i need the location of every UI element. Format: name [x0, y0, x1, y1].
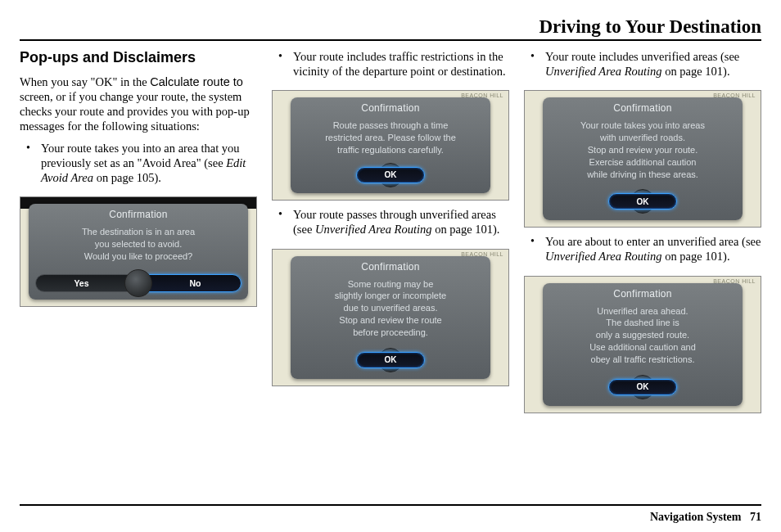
ok-button[interactable]: OK	[356, 352, 425, 368]
column-layout: Pop-ups and Disclaimers When you say "OK…	[20, 49, 761, 413]
intro-paragraph: When you say "OK" in the Calculate route…	[20, 74, 257, 134]
bullet-text-tail: on page 101).	[662, 65, 730, 78]
dialog-footer: OK	[291, 345, 490, 379]
dialog-body: Your route takes you into areas with unv…	[543, 116, 743, 186]
list-item: Your route includes unverified areas (se…	[524, 49, 761, 79]
dialog-footer: OK	[291, 160, 490, 194]
list-item: Your route passes through unverified are…	[272, 207, 509, 237]
confirmation-dialog: Confirmation The destination is in an ar…	[29, 204, 248, 300]
page-header: Driving to Your Destination	[20, 16, 761, 38]
intro-pre: When you say "OK" in the	[20, 75, 150, 88]
footer-page: 71	[750, 511, 761, 523]
dialog-title: Confirmation	[291, 97, 490, 116]
bullet-list-3b: You are about to enter an unverified are…	[524, 234, 761, 268]
list-item: Your route takes you into an area that y…	[20, 141, 257, 185]
screenshot-time-restricted: BEACON HILL Confirmation Route passes th…	[272, 90, 509, 201]
ok-button[interactable]: OK	[356, 167, 425, 183]
header-rule: Driving to Your Destination	[20, 16, 761, 41]
bullet-text: Your route takes you into an area that y…	[41, 142, 240, 169]
dialog-title: Confirmation	[29, 204, 248, 223]
column-3: Your route includes unverified areas (se…	[524, 49, 761, 413]
bullet-list-2b: Your route passes through unverified are…	[272, 207, 509, 241]
no-button[interactable]: No	[141, 274, 242, 292]
dialog-body: The destination is in an area you select…	[29, 223, 248, 272]
confirmation-dialog: Confirmation Route passes through a time…	[291, 97, 490, 193]
ok-button-wrap: OK	[630, 375, 655, 399]
list-item: Your route includes traffic restrictions…	[272, 49, 509, 79]
bullet-ref: Unverified Area Routing	[545, 65, 662, 78]
dialog-title: Confirmation	[543, 283, 743, 302]
page: Driving to Your Destination Pop-ups and …	[0, 0, 781, 428]
ok-button-wrap: OK	[378, 348, 403, 372]
bullet-list-2a: Your route includes traffic restrictions…	[272, 49, 509, 83]
ok-button[interactable]: OK	[608, 379, 677, 395]
column-2: Your route includes traffic restrictions…	[272, 49, 509, 413]
bullet-text: You are about to enter an unverified are…	[545, 235, 761, 248]
bullet-text-tail: on page 105).	[93, 171, 161, 184]
bullet-ref: Unverified Area Routing	[315, 223, 432, 236]
rotary-knob-icon	[124, 269, 152, 297]
page-footer: Navigation System 71	[20, 504, 761, 524]
bullet-text-tail: on page 101).	[432, 223, 500, 236]
ok-button-wrap: OK	[630, 189, 655, 214]
ok-button[interactable]: OK	[608, 193, 677, 210]
screenshot-unverified-routing: BEACON HILL Confirmation Some routing ma…	[272, 249, 509, 386]
bullet-ref: Unverified Area Routing	[545, 250, 662, 263]
dialog-title: Confirmation	[291, 256, 490, 275]
footer-label: Navigation System	[650, 511, 742, 523]
bullet-text: Your route includes traffic restrictions…	[293, 50, 506, 78]
bullet-text-tail: on page 101).	[662, 250, 730, 263]
dialog-footer: OK	[543, 372, 743, 406]
intro-sans: Calculate route to	[150, 75, 243, 88]
list-item: You are about to enter an unverified are…	[524, 234, 761, 264]
screenshot-avoid-area: Confirmation The destination is in an ar…	[20, 196, 257, 307]
ok-button-wrap: OK	[378, 163, 403, 187]
dialog-body: Unverified area ahead. The dashed line i…	[543, 302, 743, 372]
confirmation-dialog: Confirmation Unverified area ahead. The …	[543, 283, 743, 406]
dialog-footer: OK	[543, 186, 743, 220]
dialog-body: Some routing may be slightly longer or i…	[291, 275, 490, 345]
dialog-body: Route passes through a time restricted a…	[291, 116, 490, 160]
column-1: Pop-ups and Disclaimers When you say "OK…	[20, 49, 257, 413]
section-title: Pop-ups and Disclaimers	[20, 49, 257, 66]
bullet-list-1: Your route takes you into an area that y…	[20, 141, 257, 190]
confirmation-dialog: Confirmation Your route takes you into a…	[543, 97, 743, 220]
bullet-list-3a: Your route includes unverified areas (se…	[524, 49, 761, 83]
intro-post: screen, or if you change your route, the…	[20, 90, 250, 133]
confirmation-dialog: Confirmation Some routing may be slightl…	[291, 256, 490, 379]
screenshot-unverified-roads: BEACON HILL Confirmation Your route take…	[524, 90, 761, 228]
dialog-title: Confirmation	[543, 97, 743, 116]
yes-button[interactable]: Yes	[35, 274, 136, 292]
bullet-text: Your route includes unverified areas (se…	[545, 50, 739, 63]
dialog-button-row: Yes No	[29, 272, 248, 300]
screenshot-unverified-ahead: BEACON HILL Confirmation Unverified area…	[524, 276, 761, 413]
